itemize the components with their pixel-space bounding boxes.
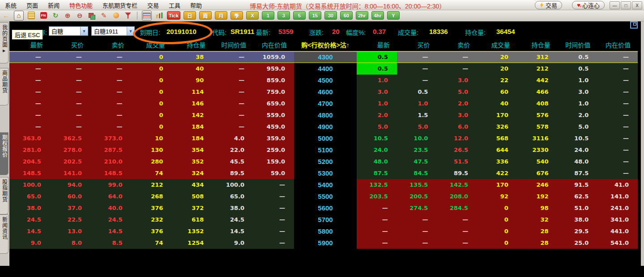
period-button-year[interactable]: Y — [387, 11, 400, 20]
period-button-season[interactable]: 季 — [230, 11, 243, 20]
option-row-4700[interactable]: ———0146—659.047001.01.02.0404081.0— — [9, 98, 638, 109]
call-header-cell[interactable]: 卖价 — [91, 40, 132, 51]
call-cell: — — [213, 109, 253, 121]
call-header-cell[interactable]: 时间价值 — [213, 40, 253, 51]
period-button-m1[interactable]: 1 — [262, 11, 274, 20]
refresh-icon[interactable]: ↻ — [51, 11, 60, 20]
option-row-5600[interactable]: 38.037.040.037637238.0—5600—274.5284.509… — [9, 202, 638, 214]
copy-icon[interactable] — [87, 11, 96, 20]
option-row-5400[interactable]: 100.094.099.0212434100.0—5400132.5135.51… — [9, 179, 638, 191]
minimize-button[interactable]: — — [610, 1, 620, 9]
call-header-cell[interactable]: 成交量 — [132, 40, 172, 51]
period-button-m15[interactable]: 15 — [309, 11, 321, 20]
period-button-tick[interactable]: Tick — [167, 11, 180, 20]
option-row-5300[interactable]: 148.5141.0148.57432489.559.0530087.584.5… — [9, 168, 638, 179]
menu-item-help[interactable]: 帮助 — [185, 1, 207, 9]
option-row-5000[interactable]: 363.0362.5373.0101844.0359.0500010.510.0… — [9, 133, 638, 144]
sidebar-tab-index-futures[interactable]: 股指期货 — [0, 177, 9, 214]
menu-item-trade[interactable]: 交易 — [142, 1, 164, 9]
restore-button[interactable]: □ — [621, 1, 631, 9]
filter-icon[interactable] — [124, 11, 132, 20]
option-row-5800[interactable]: 14.513.014.5376135214.5—5800———02829.544… — [9, 226, 638, 237]
option-row-4400[interactable]: ———040—959.044000.5——202120.5— — [9, 63, 638, 75]
heart-link-button[interactable]: ♥ 心连心 — [572, 1, 605, 9]
chart-icon[interactable] — [155, 11, 164, 20]
menu-item-features[interactable]: 特色功能 — [64, 1, 98, 9]
option-row-4600[interactable]: ———0114—759.046003.00.55.0604663.0— — [9, 86, 638, 98]
home-icon[interactable]: ⌂ — [14, 11, 24, 21]
put-cell: — — [437, 52, 477, 63]
put-header-cell[interactable]: 持仓量 — [517, 40, 558, 51]
period-button-m30[interactable]: 30 — [324, 11, 337, 20]
underlying-select[interactable]: 白糖 ▼ — [49, 26, 88, 36]
menu-item-broker-column[interactable]: 东航期货专栏 — [98, 1, 142, 9]
put-header-cell[interactable]: 时间价值 — [558, 40, 598, 51]
close-button[interactable]: X — [632, 1, 642, 9]
sidebar-tab-commodity-futures[interactable]: 商品期货 — [0, 68, 9, 105]
expand-arrow-icon[interactable]: ▶ — [3, 49, 5, 53]
put-header-cell[interactable]: 卖价 — [437, 40, 477, 51]
mdi-restore-icon[interactable] — [630, 21, 638, 29]
call-cell: 0 — [132, 121, 172, 133]
option-row-4900[interactable]: ———0184—459.049005.05.06.03265785.0— — [9, 121, 638, 133]
alarm-icon[interactable] — [111, 11, 120, 20]
call-cell: 38 — [172, 52, 213, 63]
vertical-scrollbar[interactable] — [641, 21, 644, 266]
menu-item-news[interactable]: 新闻 — [43, 1, 64, 9]
call-header-cell[interactable]: 持仓量 — [172, 40, 213, 51]
call-cell: — — [9, 121, 50, 133]
put-cell: 200.5 — [397, 191, 437, 202]
option-row-5900[interactable]: 9.08.08.57412549.0—5900———02825.0541.0 — [9, 237, 638, 249]
call-cell: 0 — [132, 75, 172, 86]
option-row-4500[interactable]: ———090—859.045001.0—3.0224421.0— — [9, 75, 638, 86]
option-row-5100[interactable]: 281.0278.0287.513035422.0259.0510024.023… — [9, 144, 638, 156]
period-button-m60[interactable]: 60 — [340, 11, 353, 20]
put-cell: 28 — [517, 226, 558, 237]
put-header-cell[interactable]: 买价 — [397, 40, 437, 51]
call-header-cell[interactable]: 最新 — [9, 40, 50, 51]
option-row-5200[interactable]: 204.5202.5210.028035245.5159.0520048.047… — [9, 156, 638, 168]
period-button-x[interactable]: X — [246, 11, 259, 20]
put-cell: 5.0 — [558, 121, 598, 133]
call-header-cell[interactable]: 买价 — [50, 40, 91, 51]
edit-icon[interactable]: ✎ — [99, 11, 108, 20]
put-cell: 192 — [517, 191, 558, 202]
contract-select[interactable]: 白糖1911 ▼ — [91, 26, 135, 36]
back-icon[interactable]: ← — [2, 11, 11, 20]
put-cell: 466 — [517, 86, 558, 98]
zoom-out-icon[interactable]: ⊖ — [75, 11, 84, 20]
sidebar-tab-option-quotes[interactable]: 期权报价 — [0, 132, 9, 175]
period-button-m3[interactable]: 3 — [277, 11, 290, 20]
period-button-month[interactable]: 月 — [215, 11, 227, 20]
menu-item-tools[interactable]: 工具 — [164, 1, 185, 9]
option-row-4800[interactable]: ———0142—559.048002.01.53.01705762.0— — [9, 109, 638, 121]
period-button-h2[interactable]: 2hr — [356, 11, 368, 20]
menu-item-system[interactable]: 系统 — [0, 1, 21, 9]
period-button-day[interactable]: 日 — [183, 11, 196, 20]
trade-button[interactable]: 交易 — [535, 1, 562, 9]
put-cell: 578 — [517, 121, 558, 133]
fn-news-icon[interactable]: FN — [39, 11, 48, 20]
quote-table-icon[interactable] — [142, 11, 152, 21]
period-button-m5[interactable]: 5 — [293, 11, 306, 20]
put-cell: — — [597, 75, 638, 86]
put-header-cell[interactable]: 最新 — [357, 40, 397, 51]
put-header-cell[interactable]: 内在价值 — [597, 40, 638, 51]
notebook-icon[interactable] — [27, 11, 36, 20]
put-header-cell[interactable]: 成交量 — [477, 40, 517, 51]
zoom-in-icon[interactable]: ⊕ — [63, 11, 72, 20]
period-button-week[interactable]: 周 — [199, 11, 212, 20]
strike-header[interactable]: 购<行权价格>沽↑ — [294, 40, 357, 51]
option-row-5700[interactable]: 24.522.524.523261824.5—5700———03238.0341… — [9, 214, 638, 226]
sidebar-tab-news-info[interactable]: 新闻资讯 — [0, 214, 9, 254]
put-cell: 24.0 — [357, 144, 397, 156]
put-cell: 1.0 — [357, 98, 397, 109]
sidebar-tab-my-pages[interactable]: 我的页面▶ — [0, 22, 9, 63]
option-row-4300[interactable]: ———038—1059.043000.5——203120.5— — [9, 51, 638, 63]
put-cell: 5.0 — [437, 86, 477, 98]
option-row-5500[interactable]: 65.060.064.026850865.0—5500203.5200.5208… — [9, 191, 638, 202]
call-header-cell[interactable]: 内在价值 — [253, 40, 294, 51]
menu-item-page[interactable]: 页面 — [21, 1, 43, 9]
period-button-h4[interactable]: 4hr — [371, 11, 384, 20]
call-cell: 40.0 — [91, 202, 132, 214]
